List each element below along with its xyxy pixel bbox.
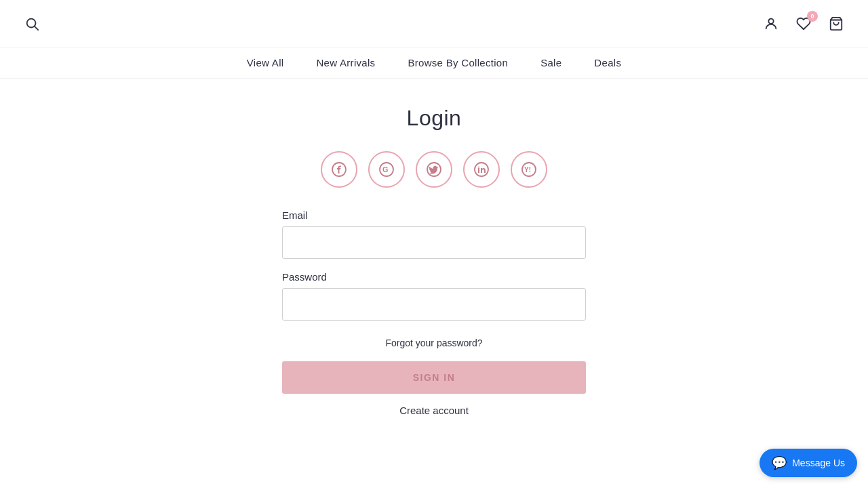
messenger-icon: 💬 — [772, 455, 787, 470]
message-us-label: Message Us — [792, 458, 845, 468]
svg-rect-9 — [478, 168, 479, 173]
main-nav: View All New Arrivals Browse By Collecti… — [0, 47, 868, 79]
header-left — [22, 14, 42, 34]
twitter-login-button[interactable] — [416, 151, 452, 188]
svg-text:G: G — [382, 165, 389, 174]
header: 0 — [0, 0, 868, 47]
email-group: Email — [282, 209, 586, 259]
google-icon: G — [378, 161, 395, 178]
main-content: Login G — [0, 79, 868, 417]
create-account-link[interactable]: Create account — [399, 405, 469, 416]
wishlist-button[interactable]: 0 — [793, 14, 814, 34]
nav-item-browse-by-collection[interactable]: Browse By Collection — [408, 57, 508, 68]
create-account-area: Create account — [282, 405, 586, 417]
cart-icon — [829, 16, 844, 31]
password-group: Password — [282, 271, 586, 321]
facebook-login-button[interactable] — [321, 151, 357, 188]
email-label: Email — [282, 209, 586, 221]
facebook-icon — [331, 161, 347, 178]
email-input[interactable] — [282, 226, 586, 259]
login-button[interactable] — [761, 14, 781, 34]
svg-point-10 — [478, 167, 479, 168]
twitter-icon — [426, 161, 442, 178]
cart-button[interactable] — [826, 14, 846, 34]
user-icon — [764, 16, 778, 31]
nav-item-deals[interactable]: Deals — [594, 57, 621, 68]
social-icons-row: G Y! — [321, 151, 547, 188]
yahoo-icon: Y! — [521, 161, 537, 178]
login-form: Email Password Forgot your password? SIG… — [282, 209, 586, 417]
svg-line-1 — [35, 26, 38, 30]
header-right: 0 — [761, 14, 846, 34]
nav-item-sale[interactable]: Sale — [540, 57, 561, 68]
search-button[interactable] — [22, 14, 42, 34]
password-input[interactable] — [282, 288, 586, 321]
nav-item-view-all[interactable]: View All — [247, 57, 284, 68]
linkedin-icon — [473, 161, 490, 178]
forgot-password-link[interactable]: Forgot your password? — [282, 337, 586, 349]
message-us-widget[interactable]: 💬 Message Us — [760, 449, 857, 477]
yahoo-login-button[interactable]: Y! — [511, 151, 547, 188]
linkedin-login-button[interactable] — [463, 151, 500, 188]
login-title: Login — [407, 106, 462, 131]
password-label: Password — [282, 271, 586, 283]
svg-text:Y!: Y! — [524, 166, 531, 174]
svg-point-2 — [768, 18, 773, 23]
search-icon — [24, 16, 39, 31]
google-login-button[interactable]: G — [368, 151, 405, 188]
nav-item-new-arrivals[interactable]: New Arrivals — [316, 57, 375, 68]
sign-in-button[interactable]: SIGN IN — [282, 361, 586, 394]
wishlist-badge: 0 — [807, 11, 818, 22]
forgot-password-anchor[interactable]: Forgot your password? — [385, 338, 482, 348]
